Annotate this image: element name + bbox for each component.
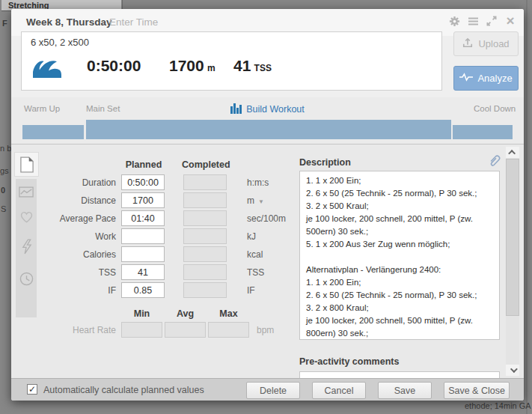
distance-unit-selector[interactable]: m▼	[247, 195, 264, 206]
analyze-button[interactable]: Analyze	[453, 66, 519, 91]
average-pace-completed-input	[183, 210, 227, 226]
save-button[interactable]: Save	[378, 382, 432, 399]
calories-label: Calories	[11, 249, 116, 260]
if-unit: IF	[247, 285, 255, 296]
dialog-content: Planned Completed Duration h:m:s Distanc…	[11, 144, 524, 378]
main-set-segment[interactable]	[86, 120, 451, 139]
enter-time-link[interactable]: Enter Time	[109, 16, 158, 28]
distance-planned-input[interactable]	[121, 192, 165, 208]
heart-rate-avg-input	[165, 322, 206, 338]
dialog-footer: ✓ Automatically calculate planned values…	[11, 378, 524, 401]
heart-rate-max-input	[208, 322, 249, 338]
paperclip-icon[interactable]	[488, 154, 501, 171]
work-unit: kJ	[247, 231, 256, 242]
background-scroll-stripe	[526, 0, 528, 414]
bar-chart-icon	[230, 103, 242, 114]
average-pace-planned-input[interactable]	[121, 210, 165, 226]
duration-planned-input[interactable]	[121, 174, 165, 190]
summary-tss-unit: TSS	[254, 63, 272, 73]
pre-activity-comments-header: Pre-activity comments	[299, 356, 399, 367]
auto-calc-label: Automatically calculate planned values	[43, 385, 204, 395]
workout-summary-card: 6 x50, 2 x500 0:50:00 1700 m 41 TSS	[21, 31, 442, 91]
work-planned-input[interactable]	[121, 228, 165, 244]
background-text-fragment: ethode; 14min GA	[465, 401, 531, 410]
background-text-fragment: 0	[1, 186, 5, 195]
expand-icon[interactable]	[486, 15, 498, 27]
calories-planned-input[interactable]	[121, 246, 165, 262]
average-pace-label: Average Pace	[11, 213, 116, 224]
duration-label: Duration	[11, 177, 116, 188]
content-scrollbar[interactable]	[506, 147, 519, 376]
close-icon[interactable]: ×	[504, 15, 516, 27]
duration-completed-input	[183, 174, 227, 190]
swim-icon	[32, 58, 62, 82]
if-completed-input	[183, 282, 227, 298]
background-text-fragment: F	[2, 19, 7, 28]
distance-label: Distance	[11, 195, 116, 206]
build-workout-button[interactable]: Build Workout	[11, 103, 524, 115]
auto-calc-checkbox[interactable]: ✓	[27, 384, 37, 395]
if-planned-input[interactable]	[121, 282, 165, 298]
chevron-down-icon	[510, 365, 517, 373]
workout-name: 6 x50, 2 x500	[31, 37, 89, 48]
summary-duration: 0:50:00	[87, 57, 141, 75]
scrollbar-thumb[interactable]	[506, 159, 519, 316]
upload-button[interactable]: Upload	[453, 31, 519, 56]
cancel-button[interactable]: Cancel	[312, 382, 366, 399]
gear-icon[interactable]	[448, 15, 460, 27]
average-pace-unit: sec/100m	[247, 213, 286, 224]
heart-rate-unit: bpm	[257, 325, 274, 335]
calories-completed-input	[183, 246, 227, 262]
heart-rate-min-input	[121, 322, 162, 338]
duration-unit: h:m:s	[247, 177, 269, 188]
chevron-up-icon	[508, 150, 516, 157]
distance-completed-input	[183, 192, 227, 208]
screen: { "background": { "top_left_fragment": "…	[0, 0, 532, 414]
heart-rate-label: Heart Rate	[11, 325, 116, 335]
cool-down-segment[interactable]	[453, 125, 513, 139]
tss-completed-input	[183, 264, 227, 280]
avg-column-header: Avg	[165, 308, 206, 319]
tss-planned-input[interactable]	[121, 264, 165, 280]
if-label: IF	[11, 285, 116, 296]
description-textarea[interactable]: 1. 1 x 200 Ein; 2. 6 x 50 (25 Technik - …	[299, 171, 500, 340]
background-text-fragment: S	[1, 204, 6, 213]
workout-builder-strip: Warm Up Main Set Cool Down Build Workout	[11, 97, 524, 144]
pulse-icon	[459, 73, 473, 84]
background-text-fragment: gs	[0, 166, 9, 175]
work-label: Work	[11, 231, 116, 242]
summary-distance-unit: m	[207, 63, 215, 73]
work-completed-input	[183, 228, 227, 244]
background-text-fragment: n b	[0, 144, 11, 153]
max-column-header: Max	[208, 308, 249, 319]
menu-icon[interactable]	[467, 15, 479, 27]
scroll-up-button[interactable]	[506, 147, 519, 158]
summary-tss: 41 TSS	[233, 57, 272, 75]
tss-label: TSS	[11, 267, 116, 278]
scroll-down-button[interactable]	[506, 365, 519, 376]
chevron-down-icon: ▼	[258, 198, 264, 205]
dialog-title: Week 8, Thursday	[26, 16, 112, 28]
description-header: Description	[299, 157, 500, 168]
tss-unit: TSS	[247, 267, 264, 278]
workout-editor-dialog: Week 8, Thursday Enter Time	[11, 9, 524, 401]
save-close-button[interactable]: Save & Close	[444, 382, 510, 399]
upload-icon	[462, 37, 473, 50]
planned-column-header: Planned	[121, 159, 166, 170]
delete-button[interactable]: Delete	[246, 382, 300, 399]
description-text: 1. 1 x 200 Ein; 2. 6 x 50 (25 Technik - …	[300, 171, 499, 340]
warm-up-segment[interactable]	[22, 125, 84, 139]
summary-distance: 1700 m	[169, 57, 215, 75]
completed-column-header: Completed	[182, 159, 227, 170]
min-column-header: Min	[121, 308, 162, 319]
tab-summary[interactable]	[14, 152, 39, 177]
calories-unit: kcal	[247, 249, 263, 260]
checkmark-icon: ✓	[28, 384, 36, 395]
document-icon	[20, 156, 34, 173]
